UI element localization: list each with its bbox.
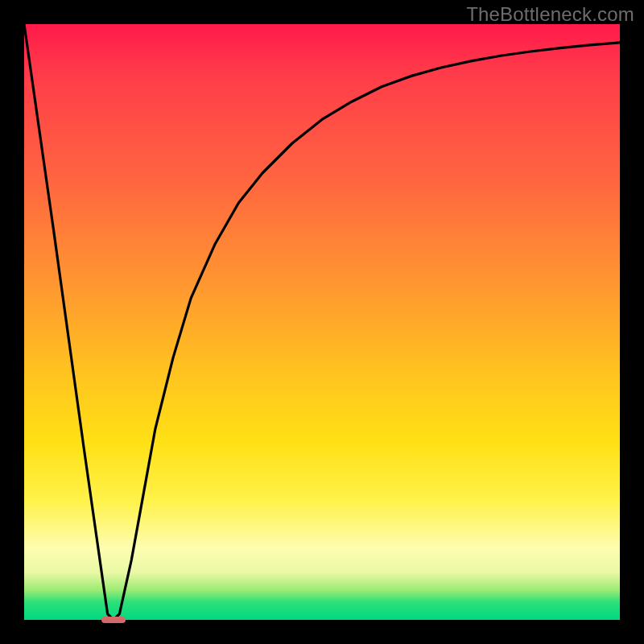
plot-area (24, 24, 620, 620)
watermark-text: TheBottleneck.com (466, 3, 634, 26)
chart-frame: TheBottleneck.com (0, 0, 644, 644)
bottleneck-curve (24, 24, 620, 620)
optimal-marker (101, 617, 126, 624)
